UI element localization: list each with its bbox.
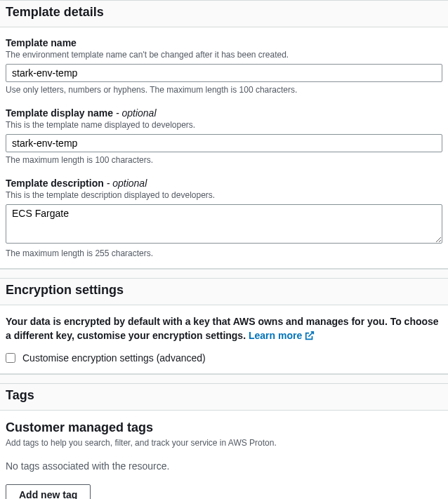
- description-label-text: Template description: [6, 178, 104, 189]
- tags-body: Customer managed tags Add tags to help y…: [0, 411, 448, 499]
- encryption-header: Encryption settings: [0, 279, 448, 305]
- display-name-label: Template display name - optional: [6, 107, 442, 119]
- encryption-info-text: Your data is encrypted by default with a…: [6, 316, 439, 341]
- description-desc: This is the template description display…: [6, 190, 442, 200]
- tags-panel: Tags Customer managed tags Add tags to h…: [0, 383, 448, 499]
- display-name-label-text: Template display name: [6, 107, 113, 119]
- template-details-heading: Template details: [6, 5, 442, 20]
- customise-encryption-checkbox[interactable]: [6, 353, 15, 363]
- customer-tags-heading: Customer managed tags: [6, 420, 442, 435]
- description-hint: The maximum length is 255 characters.: [6, 248, 442, 258]
- template-name-hint: Use only letters, numbers or hyphens. Th…: [6, 85, 442, 95]
- display-name-hint: The maximum length is 100 characters.: [6, 155, 442, 165]
- customise-encryption-label: Customise encryption settings (advanced): [22, 352, 206, 364]
- add-new-tag-button[interactable]: Add new tag: [6, 484, 91, 499]
- template-name-label: Template name: [6, 37, 442, 48]
- template-details-panel: Template details Template name The envir…: [0, 0, 448, 269]
- tags-header: Tags: [0, 384, 448, 411]
- encryption-info: Your data is encrypted by default with a…: [6, 315, 442, 342]
- encryption-body: Your data is encrypted by default with a…: [0, 305, 448, 373]
- external-link-icon: [305, 331, 315, 340]
- encryption-heading: Encryption settings: [6, 283, 442, 298]
- display-name-input[interactable]: [6, 134, 442, 152]
- display-name-optional: - optional: [116, 107, 157, 119]
- tags-empty-text: No tags associated with the resource.: [6, 460, 442, 472]
- template-details-header: Template details: [0, 1, 448, 27]
- description-label: Template description - optional: [6, 178, 442, 189]
- description-textarea[interactable]: ECS Fargate: [6, 204, 442, 244]
- customise-encryption-row[interactable]: Customise encryption settings (advanced): [6, 352, 442, 364]
- template-name-desc: The environment template name can't be c…: [6, 50, 442, 60]
- encryption-panel: Encryption settings Your data is encrypt…: [0, 278, 448, 374]
- learn-more-text: Learn more: [249, 330, 302, 341]
- template-details-body: Template name The environment template n…: [0, 27, 448, 268]
- display-name-group: Template display name - optional This is…: [6, 107, 442, 165]
- panel-gap: [0, 269, 448, 278]
- template-name-group: Template name The environment template n…: [6, 37, 442, 95]
- display-name-desc: This is the template name displayed to d…: [6, 120, 442, 130]
- template-name-input[interactable]: [6, 64, 442, 82]
- description-optional: - optional: [107, 178, 147, 189]
- customer-tags-desc: Add tags to help you search, filter, and…: [6, 438, 442, 448]
- panel-gap: [0, 374, 448, 383]
- description-group: Template description - optional This is …: [6, 178, 442, 258]
- tags-heading: Tags: [6, 388, 442, 403]
- learn-more-link[interactable]: Learn more: [249, 330, 315, 341]
